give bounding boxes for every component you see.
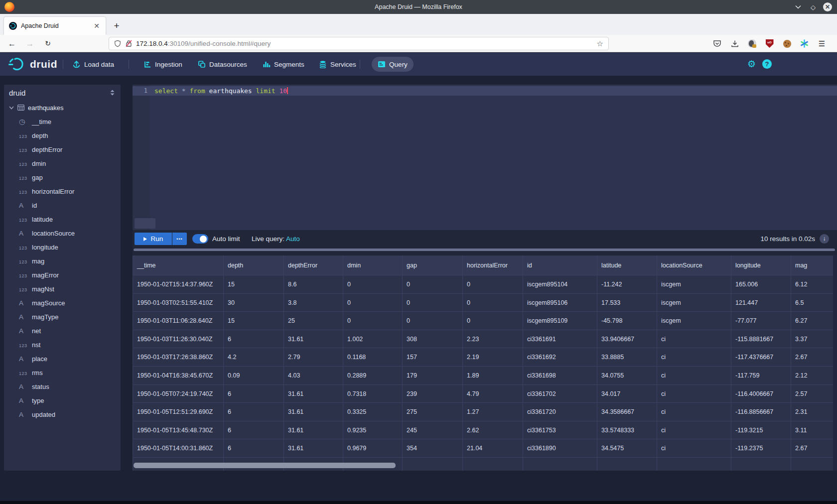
table-cell[interactable]: 3.8 xyxy=(284,294,343,312)
table-cell[interactable]: 6 xyxy=(224,403,284,421)
table-cell[interactable]: 1950-01-02T15:14:37.960Z xyxy=(133,275,224,294)
table-cell[interactable]: 33.8885 xyxy=(597,348,657,367)
sidebar-column-item[interactable]: magError xyxy=(4,268,121,282)
column-header[interactable]: longitude xyxy=(731,255,791,275)
table-cell[interactable]: 6 xyxy=(224,421,284,440)
table-cell[interactable]: -116.4006667 xyxy=(731,385,791,403)
auto-limit-toggle[interactable] xyxy=(192,234,208,244)
menu-icon[interactable]: ☰ xyxy=(817,38,827,49)
sidebar-column-item[interactable]: locationSource xyxy=(4,226,121,240)
nav-item-services[interactable]: Services xyxy=(319,59,356,70)
table-cell[interactable]: -119.3215 xyxy=(731,421,791,440)
table-cell[interactable]: 1950-01-05T13:45:48.730Z xyxy=(133,421,224,440)
table-cell[interactable]: 2.62 xyxy=(463,421,523,440)
table-cell[interactable]: 21.04 xyxy=(463,439,523,458)
table-cell[interactable]: 121.447 xyxy=(731,294,791,312)
run-more-button[interactable]: ••• xyxy=(172,233,187,245)
pocket-icon[interactable] xyxy=(712,38,722,49)
table-cell[interactable]: ci3361702 xyxy=(523,385,597,403)
table-cell[interactable]: 0 xyxy=(343,294,403,312)
sidebar-column-item[interactable]: horizontalError xyxy=(4,184,121,198)
table-cell[interactable]: 2.23 xyxy=(463,330,523,349)
table-cell[interactable]: 34.3586667 xyxy=(597,403,657,421)
table-cell[interactable]: -77.077 xyxy=(731,312,791,330)
druid-logo[interactable]: druid xyxy=(8,57,57,72)
sidebar-column-item[interactable]: updated xyxy=(4,407,121,421)
bookmark-star-icon[interactable]: ☆ xyxy=(597,39,603,48)
table-cell[interactable]: iscgem xyxy=(657,275,731,294)
tracking-shield-icon[interactable] xyxy=(114,40,121,47)
table-cell[interactable]: -116.8856667 xyxy=(731,403,791,421)
table-cell[interactable]: iscgem xyxy=(657,294,731,312)
table-cell[interactable]: 6 xyxy=(224,330,284,349)
table-cell[interactable]: 1950-01-03T17:26:38.860Z xyxy=(133,348,224,367)
table-cell[interactable]: 6.12 xyxy=(791,275,833,294)
column-header[interactable]: __time xyxy=(133,255,224,275)
table-cell[interactable]: 179 xyxy=(403,367,463,385)
table-cell[interactable]: 6 xyxy=(224,385,284,403)
table-vscrollbar-gutter[interactable] xyxy=(833,255,837,471)
table-cell[interactable]: 2.67 xyxy=(791,439,833,458)
nav-item-query-active[interactable]: Query xyxy=(372,57,414,72)
table-cell[interactable]: 2.31 xyxy=(791,403,833,421)
table-cell[interactable]: -117.759 xyxy=(731,367,791,385)
schema-selector[interactable]: druid xyxy=(4,85,121,101)
table-cell[interactable]: 4.79 xyxy=(463,385,523,403)
table-cell[interactable]: 31.61 xyxy=(284,439,343,458)
table-cell[interactable]: iscgem xyxy=(657,312,731,330)
table-cell[interactable]: 31.61 xyxy=(284,385,343,403)
table-cell[interactable]: 0 xyxy=(463,312,523,330)
run-button[interactable]: Run xyxy=(135,233,172,245)
table-cell[interactable]: 3.37 xyxy=(791,330,833,349)
sidebar-column-item[interactable]: status xyxy=(4,379,121,393)
table-cell[interactable]: 0 xyxy=(463,294,523,312)
table-cell[interactable]: 2.12 xyxy=(791,367,833,385)
table-cell[interactable]: -115.8881667 xyxy=(731,330,791,349)
sidebar-column-item[interactable]: nst xyxy=(4,338,121,352)
sidebar-column-item[interactable]: magType xyxy=(4,310,121,324)
sidebar-column-item[interactable]: magNst xyxy=(4,282,121,296)
table-cell[interactable]: 31.61 xyxy=(284,421,343,440)
table-cell[interactable]: 6.27 xyxy=(791,312,833,330)
column-header[interactable]: horizontalError xyxy=(463,255,523,275)
table-cell[interactable]: 1.002 xyxy=(343,330,403,349)
table-cell[interactable]: 1.27 xyxy=(463,403,523,421)
table-cell[interactable]: 1950-01-04T16:38:45.670Z xyxy=(133,367,224,385)
table-cell[interactable]: 0.7318 xyxy=(343,385,403,403)
live-query-value[interactable]: Auto xyxy=(286,235,300,243)
help-icon[interactable]: ? xyxy=(762,59,772,69)
column-header[interactable]: latitude xyxy=(597,255,657,275)
table-cell[interactable]: 308 xyxy=(403,330,463,349)
nav-item-segments[interactable]: Segments xyxy=(263,59,304,70)
table-cell[interactable]: -11.242 xyxy=(597,275,657,294)
table-cell[interactable]: 2.67 xyxy=(791,348,833,367)
table-cell[interactable]: -117.4376667 xyxy=(731,348,791,367)
table-cell[interactable]: 1.89 xyxy=(463,367,523,385)
nav-item-ingestion[interactable]: Ingestion xyxy=(143,59,182,70)
table-hscrollbar-thumb[interactable] xyxy=(134,463,396,468)
url-bar[interactable]: 172.18.0.4:30109/unified-console.html#qu… xyxy=(109,37,609,50)
sidebar-column-item[interactable]: magSource xyxy=(4,296,121,310)
table-cell[interactable]: 245 xyxy=(403,421,463,440)
column-header[interactable]: gap xyxy=(403,255,463,275)
table-cell[interactable]: 0.09 xyxy=(224,367,284,385)
table-cell[interactable]: ci xyxy=(657,403,731,421)
table-cell[interactable]: 1950-01-05T07:24:19.740Z xyxy=(133,385,224,403)
downloads-icon[interactable] xyxy=(729,38,740,49)
table-cell[interactable]: iscgem895109 xyxy=(523,312,597,330)
table-cell[interactable]: 33.5748333 xyxy=(597,421,657,440)
table-cell[interactable]: ci xyxy=(657,330,731,349)
window-close-button[interactable]: ✕ xyxy=(823,2,832,11)
table-cell[interactable]: 0 xyxy=(463,275,523,294)
editor-hscrollbar-thumb[interactable] xyxy=(135,218,155,229)
sidebar-column-item[interactable]: gap xyxy=(4,170,121,184)
table-cell[interactable]: 157 xyxy=(403,348,463,367)
table-cell[interactable]: 31.61 xyxy=(284,403,343,421)
panel-resize-handle[interactable] xyxy=(134,249,835,251)
table-cell[interactable]: 239 xyxy=(403,385,463,403)
table-cell[interactable]: ci3361698 xyxy=(523,367,597,385)
nav-item-load-data[interactable]: Load data xyxy=(72,59,114,70)
table-cell[interactable]: 165.006 xyxy=(731,275,791,294)
insecure-lock-icon[interactable] xyxy=(126,40,132,47)
window-maximize-button[interactable]: ◇ xyxy=(808,2,818,12)
